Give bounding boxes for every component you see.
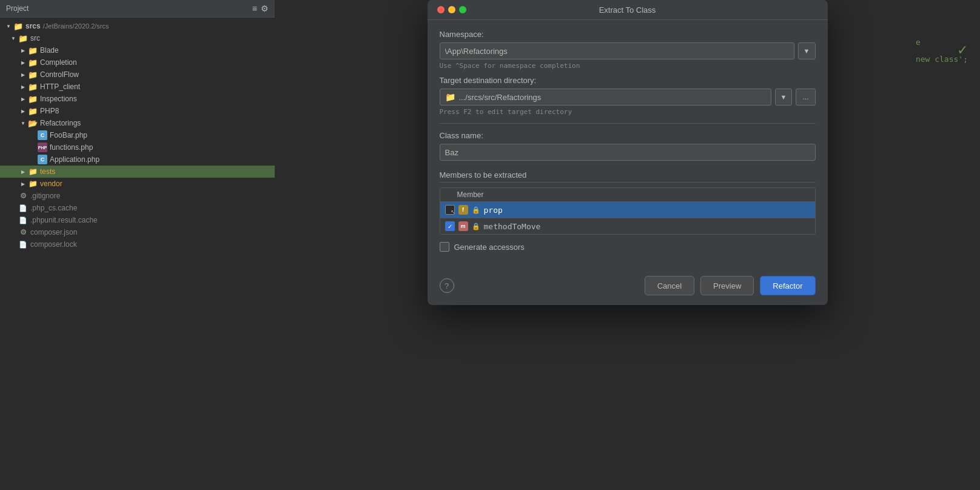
generate-accessors-area: Generate accessors [440, 242, 816, 252]
file-badge-c: C [38, 155, 47, 164]
spacer [10, 192, 17, 200]
chevron-down-icon: ▼ [19, 119, 27, 127]
tree-item-vendor[interactable]: ▶ 📁 vendor [0, 178, 275, 190]
refactor-button[interactable]: Refactor [760, 276, 815, 295]
file-badge-gear: ⚙ [18, 191, 28, 201]
member-column-header: Member [457, 190, 484, 199]
tree-item-http-client[interactable]: ▶ 📁 HTTP_client [0, 81, 275, 93]
settings-icon[interactable]: ⚙ [261, 4, 269, 13]
folder-icon: 📁 [28, 58, 38, 67]
chevron-down-icon: ▼ [10, 35, 17, 42]
tree-item-src[interactable]: ▼ 📁 src [0, 32, 275, 44]
folder-blue-icon: 📁 [445, 92, 455, 102]
maximize-button[interactable] [459, 6, 466, 13]
tree-item-refactorings[interactable]: ▼ 📂 Refactorings [0, 117, 275, 129]
tree-item-phpunit-cache[interactable]: 📄 .phpunit.result.cache [0, 214, 275, 226]
member-checkbox-method[interactable] [445, 221, 455, 231]
help-button[interactable]: ? [440, 278, 454, 293]
spacer [10, 229, 17, 236]
table-header: Member [440, 188, 815, 202]
cancel-button[interactable]: Cancel [645, 276, 694, 295]
namespace-row: ▼ [440, 42, 816, 59]
folder-icon: 📁 [28, 82, 38, 92]
folder-icon: 📁 [28, 70, 38, 79]
chevron-right-icon: ▶ [19, 83, 27, 90]
tree-item-gitignore[interactable]: ⚙ .gitignore [0, 190, 275, 202]
member-name-prop: prop [484, 206, 503, 215]
namespace-dropdown-button[interactable]: ▼ [798, 42, 816, 59]
tree-label-completion: Completion [40, 58, 77, 67]
folder-icon: 📁 [28, 106, 38, 116]
minimize-button[interactable] [448, 6, 455, 13]
field-badge-icon: f [458, 205, 468, 215]
tree-label-refactorings: Refactorings [40, 119, 81, 127]
tree-label-functions: functions.php [50, 143, 93, 152]
dialog-titlebar: Extract To Class [428, 0, 828, 20]
panel-header-icons: ≡ ⚙ [252, 4, 269, 13]
tree-label-composer-json: composer.json [30, 228, 77, 237]
file-badge-c: C [38, 130, 47, 140]
close-button[interactable] [437, 6, 445, 13]
spacer [10, 241, 17, 248]
chevron-right-icon: ▶ [19, 95, 27, 102]
folder-icon: 📁 [18, 33, 28, 43]
tree-item-composer-json[interactable]: ⚙ composer.json [0, 226, 275, 238]
spacer [29, 132, 36, 139]
chevron-right-icon: ▶ [19, 59, 27, 66]
tree-label-blade: Blade [40, 46, 59, 55]
tree-label-composer-lock: composer.lock [30, 240, 77, 249]
namespace-input[interactable] [440, 42, 794, 59]
tree-label-src: src [30, 34, 40, 42]
table-row[interactable]: ↖ f 🔒 prop [440, 202, 815, 218]
file-badge-file: 📄 [18, 240, 28, 249]
tree-item-composer-lock[interactable]: 📄 composer.lock [0, 238, 275, 250]
target-dir-dropdown-button[interactable]: ▼ [775, 89, 793, 106]
folder-open-icon: 📂 [28, 118, 38, 128]
class-name-label: Class name: [440, 131, 816, 140]
browse-button[interactable]: ... [796, 89, 815, 106]
table-row[interactable]: m 🔒 methodToMove [440, 218, 815, 234]
target-dir-row: 📁 .../srcs/src/Refactorings ▼ ... [440, 89, 816, 106]
tree-label-php8: PHP8 [40, 107, 59, 115]
tree-item-srcs[interactable]: ▼ 📁 srcs /JetBrains/2020.2/srcs [0, 20, 275, 32]
tree-item-functions[interactable]: PHP functions.php [0, 141, 275, 153]
file-badge-file: 📄 [18, 203, 28, 213]
chevron-right-icon: ▶ [19, 168, 27, 175]
preview-button[interactable]: Preview [700, 276, 754, 295]
panel-title: Project [6, 4, 247, 13]
spacer [29, 156, 36, 163]
tree-item-inspections[interactable]: ▶ 📁 Inspections [0, 93, 275, 105]
tree-label-phpunit-cache: .phpunit.result.cache [30, 216, 98, 224]
extract-to-class-dialog: Extract To Class Namespace: ▼ Use ^Space… [428, 0, 828, 305]
file-badge-php: PHP [38, 143, 47, 152]
tree-item-php8[interactable]: ▶ 📁 PHP8 [0, 105, 275, 117]
tree-item-application[interactable]: C Application.php [0, 153, 275, 166]
tree-item-foobar[interactable]: C FooBar.php [0, 129, 275, 141]
method-badge-icon: m [458, 221, 468, 231]
chevron-right-icon: ▶ [19, 71, 27, 78]
generate-accessors-label: Generate accessors [454, 243, 525, 252]
tree-item-php-cs-cache[interactable]: 📄 .php_cs.cache [0, 202, 275, 214]
tree-item-blade[interactable]: ▶ 📁 Blade [0, 44, 275, 56]
tree-label-tests: tests [40, 167, 55, 176]
chevron-right-icon: ▶ [19, 107, 27, 115]
footer-buttons: Cancel Preview Refactor [645, 276, 816, 295]
members-table: Member ↖ f 🔒 prop [440, 187, 816, 235]
file-badge-file: 📄 [18, 215, 28, 225]
class-name-input[interactable] [440, 144, 816, 161]
dialog-title: Extract To Class [599, 5, 656, 15]
tree-item-controlflow[interactable]: ▶ 📁 ControlFlow [0, 69, 275, 81]
separator [440, 123, 816, 124]
filter-icon[interactable]: ≡ [252, 4, 257, 13]
file-tree-panel: Project ≡ ⚙ ▼ 📁 srcs /JetBrains/2020.2/s… [0, 0, 275, 490]
dialog-overlay: Extract To Class Namespace: ▼ Use ^Space… [275, 0, 980, 490]
row-cursor-indicator: ↖ [445, 205, 455, 215]
tree-label-controlflow: ControlFlow [40, 70, 79, 79]
footer-left: ? [440, 278, 454, 293]
generate-accessors-checkbox[interactable] [440, 242, 449, 252]
spacer [10, 216, 17, 224]
tree-item-completion[interactable]: ▶ 📁 Completion [0, 56, 275, 69]
tree-item-tests[interactable]: ▶ 📁 tests [0, 166, 275, 178]
target-dir-value: .../srcs/src/Refactorings [459, 93, 542, 102]
dialog-body: Namespace: ▼ Use ^Space for namespace co… [428, 20, 828, 271]
